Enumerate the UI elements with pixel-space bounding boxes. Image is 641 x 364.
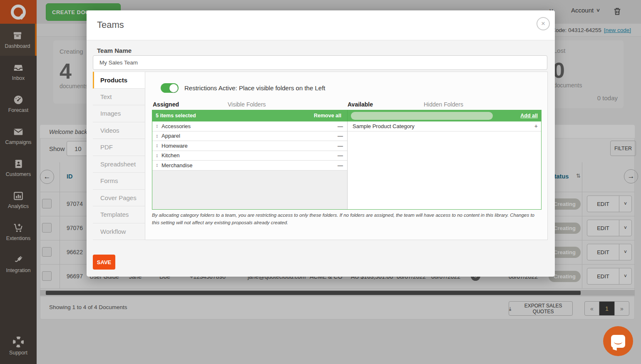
available-header: Available — [348, 101, 373, 108]
tab-spreadsheet[interactable]: Spreadsheet — [93, 156, 145, 173]
list-item[interactable]: ↕ Apparel — — [152, 131, 347, 141]
tab-products[interactable]: Products — [93, 72, 145, 89]
teams-modal: Teams × Team Name Products Text Images V… — [87, 10, 555, 277]
remove-folder-button[interactable]: — — [338, 152, 343, 158]
folder-label: Accessories — [161, 123, 191, 129]
add-all-button[interactable]: Add all — [520, 113, 538, 119]
list-item[interactable]: ↕ Merchandise — — [152, 161, 347, 171]
chat-launcher-button[interactable] — [603, 326, 633, 356]
tab-workflow[interactable]: Workflow — [93, 223, 145, 240]
modal-title: Teams — [97, 20, 124, 30]
drag-handle-icon[interactable]: ↕ — [156, 143, 158, 149]
drag-handle-icon[interactable]: ↕ — [156, 133, 158, 139]
products-tab-panel: Restrictions Active: Place visible folde… — [145, 72, 548, 240]
assigned-header: Assigned — [153, 101, 179, 108]
tab-images[interactable]: Images — [93, 105, 145, 122]
tab-cover-pages[interactable]: Cover Pages — [93, 190, 145, 207]
selected-count: 5 items selected — [156, 113, 196, 119]
chat-bubble-icon — [611, 335, 625, 348]
tab-pdf[interactable]: PDF — [93, 139, 145, 156]
tab-templates[interactable]: Templates — [93, 206, 145, 223]
folder-lists: ↕ Accessories — ↕ Apparel — ↕ Homeware — — [152, 121, 542, 210]
team-name-input[interactable] — [93, 55, 547, 70]
folder-label: Apparel — [161, 133, 180, 139]
screen: CREATE DOCUMENT ˅ Account ˅ Support Code… — [0, 0, 641, 364]
remove-folder-button[interactable]: — — [338, 143, 343, 149]
folder-label: Kitchen — [161, 152, 179, 158]
folder-label: Sample Product Category — [353, 123, 415, 129]
add-folder-button[interactable]: + — [534, 123, 538, 129]
remove-folder-button[interactable]: — — [338, 123, 343, 129]
list-item[interactable]: Sample Product Category + — [348, 121, 541, 131]
remove-folder-button[interactable]: — — [338, 133, 343, 139]
close-icon: × — [541, 20, 545, 28]
list-item[interactable]: ↕ Accessories — — [152, 121, 347, 131]
drag-handle-icon[interactable]: ↕ — [156, 162, 158, 168]
restrictions-toggle[interactable] — [161, 83, 179, 93]
restriction-note: By allocating category folders to a team… — [152, 212, 542, 227]
hidden-folders-header: Hidden Folders — [424, 101, 463, 108]
modal-close-button[interactable]: × — [537, 17, 550, 30]
folder-label: Homeware — [161, 143, 188, 149]
list-item[interactable]: ↕ Homeware — — [152, 141, 347, 151]
tab-videos[interactable]: Videos — [93, 122, 145, 139]
hidden-folders-list: Sample Product Category + — [347, 121, 541, 209]
remove-folder-button[interactable]: — — [338, 162, 343, 168]
save-button[interactable]: SAVE — [93, 255, 115, 270]
toggle-knob — [169, 84, 178, 92]
tab-forms[interactable]: Forms — [93, 173, 145, 190]
folder-search-input[interactable] — [351, 112, 493, 120]
team-name-label: Team Name — [97, 47, 132, 54]
list-item[interactable]: ↕ Kitchen — — [152, 151, 347, 161]
modal-header — [87, 10, 555, 40]
visible-folders-header: Visible Folders — [228, 101, 266, 108]
folder-label: Merchandise — [161, 162, 192, 168]
drag-handle-icon[interactable]: ↕ — [156, 153, 158, 158]
assigned-toolbar: 5 items selected Remove all — [152, 110, 347, 121]
folder-toolbar: 5 items selected Remove all Add all — [152, 110, 542, 121]
visible-folders-list: ↕ Accessories — ↕ Apparel — ↕ Homeware — — [152, 121, 347, 209]
restrictions-toggle-label: Restrictions Active: Place visible folde… — [184, 84, 325, 92]
available-toolbar: Add all — [347, 110, 542, 121]
modal-tab-list: Products Text Images Videos PDF Spreadsh… — [93, 72, 145, 240]
remove-all-button[interactable]: Remove all — [314, 113, 341, 119]
drag-handle-icon[interactable]: ↕ — [156, 123, 158, 129]
tab-text[interactable]: Text — [93, 89, 145, 106]
